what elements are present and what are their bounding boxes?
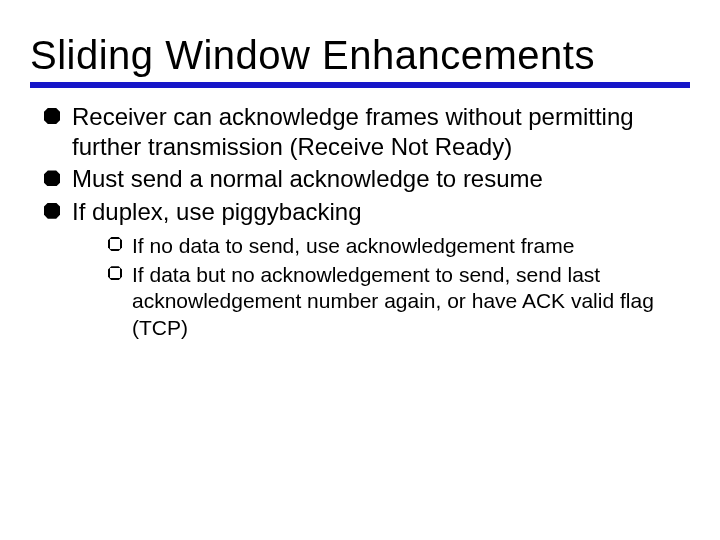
list-item: If no data to send, use acknowledgement … <box>108 233 682 259</box>
list-item-text: If duplex, use piggybacking <box>72 198 362 225</box>
list-item-text: Must send a normal acknowledge to resume <box>72 165 543 192</box>
list-item: Must send a normal acknowledge to resume <box>44 164 682 194</box>
list-item: Receiver can acknowledge frames without … <box>44 102 682 162</box>
list-item-text: Receiver can acknowledge frames without … <box>72 103 634 160</box>
title-underline <box>30 82 690 88</box>
list-item-text: If data but no acknowledgement to send, … <box>132 263 654 339</box>
slide-title: Sliding Window Enhancements <box>30 34 690 76</box>
sub-bullet-list: If no data to send, use acknowledgement … <box>72 233 682 341</box>
bullet-list: Receiver can acknowledge frames without … <box>30 102 690 341</box>
slide: Sliding Window Enhancements Receiver can… <box>0 0 720 540</box>
list-item: If duplex, use piggybacking If no data t… <box>44 197 682 341</box>
list-item: If data but no acknowledgement to send, … <box>108 262 682 341</box>
list-item-text: If no data to send, use acknowledgement … <box>132 234 574 257</box>
